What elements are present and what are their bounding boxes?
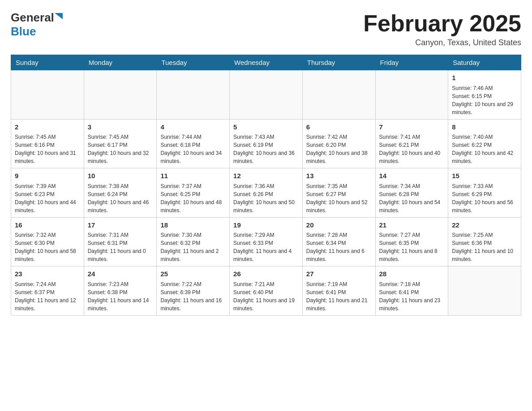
day-number: 5	[233, 122, 299, 133]
day-info: Sunrise: 7:27 AM Sunset: 6:35 PM Dayligh…	[379, 231, 445, 263]
calendar-cell: 13Sunrise: 7:35 AM Sunset: 6:27 PM Dayli…	[302, 168, 375, 218]
calendar-cell: 24Sunrise: 7:23 AM Sunset: 6:38 PM Dayli…	[84, 266, 157, 316]
day-info: Sunrise: 7:46 AM Sunset: 6:15 PM Dayligh…	[452, 84, 517, 116]
day-info: Sunrise: 7:29 AM Sunset: 6:33 PM Dayligh…	[233, 231, 299, 263]
calendar-cell: 1Sunrise: 7:46 AM Sunset: 6:15 PM Daylig…	[448, 70, 521, 120]
day-info: Sunrise: 7:30 AM Sunset: 6:32 PM Dayligh…	[160, 231, 226, 263]
day-number: 25	[160, 269, 226, 279]
calendar-cell: 16Sunrise: 7:32 AM Sunset: 6:30 PM Dayli…	[11, 217, 84, 266]
day-info: Sunrise: 7:24 AM Sunset: 6:37 PM Dayligh…	[15, 280, 80, 313]
calendar-cell	[157, 70, 230, 120]
calendar-week-row: 23Sunrise: 7:24 AM Sunset: 6:37 PM Dayli…	[11, 266, 521, 316]
calendar-cell	[11, 70, 84, 120]
logo: General Blue	[11, 11, 63, 39]
day-number: 21	[379, 220, 445, 231]
day-info: Sunrise: 7:43 AM Sunset: 6:19 PM Dayligh…	[233, 133, 299, 165]
day-number: 9	[15, 171, 80, 181]
day-number: 6	[306, 122, 372, 133]
calendar-cell: 5Sunrise: 7:43 AM Sunset: 6:19 PM Daylig…	[230, 119, 303, 168]
calendar-header-tuesday: Tuesday	[157, 55, 230, 70]
calendar-header-friday: Friday	[375, 55, 448, 70]
day-info: Sunrise: 7:18 AM Sunset: 6:41 PM Dayligh…	[379, 280, 445, 313]
calendar-cell: 9Sunrise: 7:39 AM Sunset: 6:23 PM Daylig…	[11, 168, 84, 218]
day-number: 11	[160, 171, 226, 181]
day-info: Sunrise: 7:23 AM Sunset: 6:38 PM Dayligh…	[88, 280, 153, 313]
calendar-header-saturday: Saturday	[448, 55, 521, 70]
calendar-cell: 12Sunrise: 7:36 AM Sunset: 6:26 PM Dayli…	[230, 168, 303, 218]
day-number: 26	[233, 269, 299, 279]
day-info: Sunrise: 7:39 AM Sunset: 6:23 PM Dayligh…	[15, 182, 80, 214]
day-info: Sunrise: 7:22 AM Sunset: 6:39 PM Dayligh…	[160, 280, 226, 313]
calendar-cell: 17Sunrise: 7:31 AM Sunset: 6:31 PM Dayli…	[84, 217, 157, 266]
calendar-cell: 21Sunrise: 7:27 AM Sunset: 6:35 PM Dayli…	[375, 217, 448, 266]
calendar-cell: 18Sunrise: 7:30 AM Sunset: 6:32 PM Dayli…	[157, 217, 230, 266]
calendar-cell: 2Sunrise: 7:45 AM Sunset: 6:16 PM Daylig…	[11, 119, 84, 168]
calendar-cell: 25Sunrise: 7:22 AM Sunset: 6:39 PM Dayli…	[157, 266, 230, 316]
day-info: Sunrise: 7:25 AM Sunset: 6:36 PM Dayligh…	[452, 231, 517, 263]
day-number: 27	[306, 269, 372, 279]
calendar-cell: 26Sunrise: 7:21 AM Sunset: 6:40 PM Dayli…	[230, 266, 303, 316]
day-number: 12	[233, 171, 299, 181]
calendar-week-row: 2Sunrise: 7:45 AM Sunset: 6:16 PM Daylig…	[11, 119, 521, 168]
day-info: Sunrise: 7:34 AM Sunset: 6:28 PM Dayligh…	[379, 182, 445, 214]
calendar-cell	[230, 70, 303, 120]
day-number: 24	[88, 269, 153, 279]
calendar-cell: 10Sunrise: 7:38 AM Sunset: 6:24 PM Dayli…	[84, 168, 157, 218]
calendar-cell: 20Sunrise: 7:28 AM Sunset: 6:34 PM Dayli…	[302, 217, 375, 266]
calendar-cell: 6Sunrise: 7:42 AM Sunset: 6:20 PM Daylig…	[302, 119, 375, 168]
day-number: 3	[88, 122, 153, 133]
day-info: Sunrise: 7:38 AM Sunset: 6:24 PM Dayligh…	[88, 182, 153, 214]
calendar-cell: 19Sunrise: 7:29 AM Sunset: 6:33 PM Dayli…	[230, 217, 303, 266]
day-info: Sunrise: 7:28 AM Sunset: 6:34 PM Dayligh…	[306, 231, 372, 263]
calendar-cell: 27Sunrise: 7:19 AM Sunset: 6:41 PM Dayli…	[302, 266, 375, 316]
day-number: 8	[452, 122, 517, 133]
month-title: February 2025	[363, 11, 521, 36]
day-info: Sunrise: 7:44 AM Sunset: 6:18 PM Dayligh…	[160, 133, 226, 165]
calendar-header-thursday: Thursday	[302, 55, 375, 70]
day-info: Sunrise: 7:32 AM Sunset: 6:30 PM Dayligh…	[15, 231, 80, 263]
day-info: Sunrise: 7:42 AM Sunset: 6:20 PM Dayligh…	[306, 133, 372, 165]
day-number: 2	[15, 122, 80, 133]
calendar-cell: 8Sunrise: 7:40 AM Sunset: 6:22 PM Daylig…	[448, 119, 521, 168]
day-info: Sunrise: 7:21 AM Sunset: 6:40 PM Dayligh…	[233, 280, 299, 313]
day-info: Sunrise: 7:19 AM Sunset: 6:41 PM Dayligh…	[306, 280, 372, 313]
day-number: 13	[306, 171, 372, 181]
calendar-cell: 22Sunrise: 7:25 AM Sunset: 6:36 PM Dayli…	[448, 217, 521, 266]
calendar-header-monday: Monday	[84, 55, 157, 70]
day-number: 20	[306, 220, 372, 231]
calendar-cell: 7Sunrise: 7:41 AM Sunset: 6:21 PM Daylig…	[375, 119, 448, 168]
calendar-cell	[375, 70, 448, 120]
calendar-cell	[302, 70, 375, 120]
day-number: 16	[15, 220, 80, 231]
calendar-week-row: 1Sunrise: 7:46 AM Sunset: 6:15 PM Daylig…	[11, 70, 521, 120]
day-number: 4	[160, 122, 226, 133]
calendar-cell: 15Sunrise: 7:33 AM Sunset: 6:29 PM Dayli…	[448, 168, 521, 218]
logo-flag-icon	[55, 13, 63, 19]
day-number: 22	[452, 220, 517, 231]
day-number: 23	[15, 269, 80, 279]
calendar-header-row: SundayMondayTuesdayWednesdayThursdayFrid…	[11, 55, 521, 70]
day-number: 15	[452, 171, 517, 181]
day-info: Sunrise: 7:37 AM Sunset: 6:25 PM Dayligh…	[160, 182, 226, 214]
calendar-cell	[84, 70, 157, 120]
page-header: General Blue February 2025 Canyon, Texas…	[11, 11, 521, 47]
calendar-table: SundayMondayTuesdayWednesdayThursdayFrid…	[11, 55, 521, 316]
day-info: Sunrise: 7:45 AM Sunset: 6:17 PM Dayligh…	[88, 133, 153, 165]
day-number: 28	[379, 269, 445, 279]
calendar-cell: 3Sunrise: 7:45 AM Sunset: 6:17 PM Daylig…	[84, 119, 157, 168]
day-info: Sunrise: 7:33 AM Sunset: 6:29 PM Dayligh…	[452, 182, 517, 214]
calendar-cell	[448, 266, 521, 316]
day-info: Sunrise: 7:36 AM Sunset: 6:26 PM Dayligh…	[233, 182, 299, 214]
calendar-header-wednesday: Wednesday	[230, 55, 303, 70]
calendar-header-sunday: Sunday	[11, 55, 84, 70]
calendar-cell: 4Sunrise: 7:44 AM Sunset: 6:18 PM Daylig…	[157, 119, 230, 168]
day-number: 14	[379, 171, 445, 181]
day-info: Sunrise: 7:31 AM Sunset: 6:31 PM Dayligh…	[88, 231, 153, 263]
logo-blue-text: Blue	[11, 25, 36, 39]
day-number: 18	[160, 220, 226, 231]
calendar-week-row: 16Sunrise: 7:32 AM Sunset: 6:30 PM Dayli…	[11, 217, 521, 266]
day-number: 7	[379, 122, 445, 133]
calendar-cell: 11Sunrise: 7:37 AM Sunset: 6:25 PM Dayli…	[157, 168, 230, 218]
day-number: 17	[88, 220, 153, 231]
day-number: 19	[233, 220, 299, 231]
